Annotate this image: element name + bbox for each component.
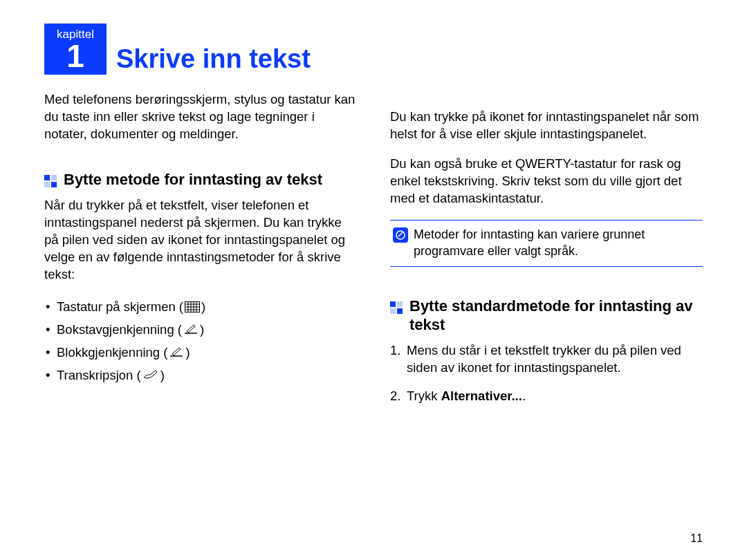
step-text: Mens du står i et tekstfelt trykker du p…: [407, 343, 681, 375]
list-item: Tastatur på skjermen (): [44, 296, 357, 319]
list-item: Bokstavgjenkjenning (): [44, 319, 357, 342]
section-2-title: Bytte standardmetode for inntasting av t…: [409, 297, 703, 334]
page-number: 11: [690, 532, 703, 545]
list-label: Transkripsjon (: [57, 368, 141, 382]
list-label: Bokstavgjenkjenning (: [57, 322, 182, 337]
pen-icon: [183, 319, 199, 341]
list-label: Tastatur på skjermen (: [57, 299, 183, 314]
note-text: Metoder for inntasting kan variere grunn…: [414, 226, 700, 260]
chapter-badge: kapittel 1: [44, 24, 107, 75]
list-item: Transkripsjon (): [44, 364, 357, 387]
section-1-title: Bytte metode for inntasting av tekst: [64, 171, 322, 189]
chapter-header: kapittel 1 Skrive inn tekst: [44, 24, 357, 75]
step-prefix: Trykk: [407, 389, 441, 403]
section-1-header: Bytte metode for inntasting av tekst: [44, 171, 357, 189]
list-close: ): [160, 368, 165, 382]
list-close: ): [200, 322, 204, 337]
hand-pen-icon: [142, 365, 159, 386]
section-1-body: Når du trykker på et tekstfelt, viser te…: [44, 197, 357, 283]
keyboard-icon: [185, 297, 200, 319]
note-icon: [393, 227, 408, 243]
col2-paragraph-2: Du kan også bruke et QWERTY-tastatur for…: [390, 156, 703, 207]
list-close: ): [185, 345, 190, 360]
chapter-title: Skrive inn tekst: [116, 46, 311, 75]
note-box: Metoder for inntasting kan variere grunn…: [390, 220, 703, 268]
list-item: Blokkgjenkjenning (): [44, 342, 357, 364]
step-bold: Alternativer...: [441, 389, 522, 403]
col2-paragraph-1: Du kan trykke på ikonet for inntastingsp…: [390, 109, 703, 143]
section-squares-icon: [44, 175, 57, 187]
step-item: Mens du står i et tekstfelt trykker du p…: [390, 342, 703, 377]
list-close: ): [201, 299, 205, 314]
steps-list: Mens du står i et tekstfelt trykker du p…: [390, 342, 703, 405]
input-methods-list: Tastatur på skjermen () Bokstavgjenkjenn…: [44, 296, 357, 386]
list-label: Blokkgjenkjenning (: [57, 345, 167, 360]
section-2-header: Bytte standardmetode for inntasting av t…: [390, 297, 703, 334]
step-suffix: .: [522, 389, 526, 403]
svg-line-11: [398, 232, 403, 236]
section-squares-icon: [390, 301, 403, 314]
pen-icon: [169, 342, 184, 364]
intro-paragraph: Med telefonens berøringsskjerm, stylus o…: [44, 91, 357, 143]
step-item: Trykk Alternativer....: [390, 388, 703, 405]
chapter-number: 1: [44, 40, 107, 72]
